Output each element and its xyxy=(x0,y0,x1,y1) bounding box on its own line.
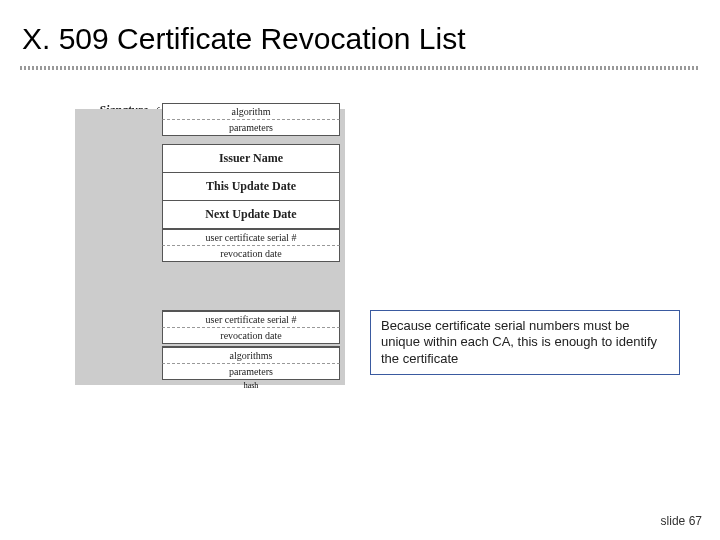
cell-issuer: Issuer Name xyxy=(162,144,340,173)
cell-parameters: parameters xyxy=(162,119,340,136)
slide-content: Signature algorithm identifier algorithm… xyxy=(0,70,720,510)
slide-footer: slide 67 xyxy=(661,514,702,528)
cell-algorithm: algorithm xyxy=(162,103,340,120)
footer-number: 67 xyxy=(689,514,702,528)
cell-this-update: This Update Date xyxy=(162,172,340,201)
callout-box: Because certificate serial numbers must … xyxy=(370,310,680,375)
cell-algorithms: algorithms xyxy=(162,346,340,364)
cell-user-serial-2: user certificate serial # xyxy=(162,310,340,328)
slide-title: X. 509 Certificate Revocation List xyxy=(0,0,720,62)
cell-rev-date-2: revocation date xyxy=(162,327,340,344)
cell-next-update: Next Update Date xyxy=(162,200,340,229)
crl-diagram: Signature algorithm identifier algorithm… xyxy=(70,104,340,390)
cell-parameters2: parameters xyxy=(162,363,340,380)
hash-label: hash xyxy=(162,381,340,390)
cell-user-serial-1: user certificate serial # xyxy=(162,228,340,246)
cell-rev-date-1: revocation date xyxy=(162,245,340,262)
footer-label: slide xyxy=(661,514,686,528)
